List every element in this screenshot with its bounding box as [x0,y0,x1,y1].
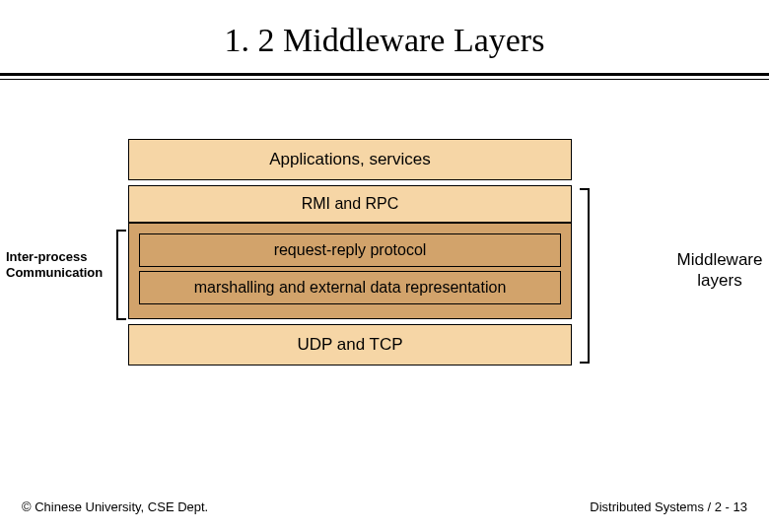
layer-ipc-block: request-reply protocol marshalling and e… [128,223,572,319]
layer-udp-tcp: UDP and TCP [128,324,572,366]
slide-title: 1. 2 Middleware Layers [0,22,769,59]
layer-marshalling: marshalling and external data representa… [139,271,561,304]
title-divider [0,73,769,80]
layer-diagram: Inter-process Communication Applications… [0,139,769,395]
layer-applications: Applications, services [128,139,572,180]
bracket-left [116,230,126,320]
left-annotation: Inter-process Communication [6,249,112,282]
bracket-right [580,188,590,364]
footer-right-text: Distributed Systems / 2 - 13 [590,499,747,514]
slide-footer: © Chinese University, CSE Dept. Distribu… [0,499,769,514]
layer-rmi-rpc: RMI and RPC [128,185,572,223]
divider-thin [0,79,769,80]
layer-stack: Applications, services RMI and RPC reque… [128,139,572,370]
layer-request-reply: request-reply protocol [139,233,561,267]
footer-left-text: © Chinese University, CSE Dept. [22,499,208,514]
divider-thick [0,73,769,76]
right-annotation: Middleware layers [674,249,765,292]
